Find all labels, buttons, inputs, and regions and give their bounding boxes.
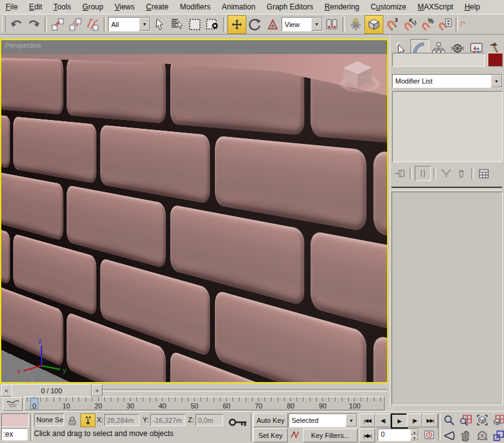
menu-item[interactable]: Create <box>140 1 174 13</box>
select-and-manipulate-button[interactable] <box>347 16 364 33</box>
pan-button[interactable] <box>457 429 473 443</box>
window-crossing-toggle-button[interactable] <box>204 16 221 33</box>
pin-stack-button[interactable] <box>392 167 407 180</box>
menu-item[interactable]: Graph Editors <box>261 1 319 13</box>
menu-item[interactable]: Tools <box>48 1 77 13</box>
spinner-snap-toggle-button[interactable] <box>436 16 454 33</box>
percent-snap-toggle-button[interactable]: % <box>419 16 436 33</box>
arc-rotate-button[interactable] <box>474 429 490 443</box>
selection-lock-toggle[interactable] <box>67 415 78 426</box>
coord-system-value: View <box>282 21 311 28</box>
ruler-labels: 0102030405060708090100 <box>18 402 371 410</box>
object-name-field[interactable] <box>392 53 485 67</box>
configure-modifier-sets-button[interactable] <box>476 167 491 180</box>
play-animation-button[interactable]: ▶ <box>391 413 408 429</box>
object-color-swatch[interactable] <box>488 53 503 67</box>
zoom-all-icon <box>459 414 472 426</box>
clipped-toolbar-button[interactable] <box>460 16 466 33</box>
menu-item[interactable]: Customize <box>365 1 412 13</box>
viewport-label[interactable]: Perspective <box>5 41 41 49</box>
set-keys-button[interactable] <box>226 413 250 430</box>
key-filter-selection-dropdown[interactable]: Selected ▼ <box>288 413 358 427</box>
zoom-button[interactable] <box>441 413 457 427</box>
statusbar-separator <box>30 413 33 441</box>
auto-key-button[interactable]: Auto Key <box>253 413 288 427</box>
selection-status-field: None Se <box>34 413 64 426</box>
spinner-down-icon[interactable]: ▼ <box>410 435 419 440</box>
zoom-extents-all-button[interactable] <box>491 413 504 427</box>
macro-recorder-field[interactable] <box>1 413 29 427</box>
toolbar-grip[interactable] <box>2 16 6 33</box>
bind-to-spacewarp-button[interactable] <box>84 16 102 33</box>
frame-ruler[interactable]: 0102030405060708090100 <box>24 397 385 410</box>
y-coordinate-label: Y: <box>143 416 149 424</box>
maxscript-mini-listener[interactable]: :ex <box>1 428 28 440</box>
snaps-toggle-button[interactable] <box>364 15 383 34</box>
unlink-selection-button[interactable] <box>67 16 84 33</box>
use-pivot-center-button[interactable] <box>323 16 341 33</box>
make-unique-button[interactable] <box>439 167 454 180</box>
next-frame-button[interactable]: ||▶ <box>407 413 422 427</box>
show-end-result-icon <box>419 169 427 178</box>
select-object-button[interactable] <box>151 16 168 33</box>
menu-item[interactable]: Animation <box>216 1 261 13</box>
zoom-all-button[interactable] <box>457 413 473 427</box>
maximize-viewport-toggle-button[interactable] <box>491 429 504 443</box>
menu-item[interactable]: Help <box>459 1 486 13</box>
menu-item[interactable]: Edit <box>23 1 48 13</box>
time-configuration-button[interactable] <box>423 429 436 441</box>
status-bar: :ex None Se X: 28,284m Y: -16,327m Z: 0,… <box>0 411 504 443</box>
go-to-end-button[interactable]: ▶▶| <box>422 413 438 427</box>
z-coordinate-field[interactable]: 0,0m <box>195 414 223 426</box>
angle-snap-toggle-button[interactable] <box>401 16 419 33</box>
menu-item[interactable]: Modifiers <box>174 1 216 13</box>
set-key-button[interactable]: Set Key <box>253 428 288 442</box>
selection-filter-dropdown[interactable]: All ▼ <box>108 17 151 31</box>
key-filters-button[interactable]: Key Filters... <box>303 429 358 442</box>
svg-text:%: % <box>428 18 434 25</box>
modifier-stack-list[interactable] <box>392 91 503 162</box>
next-frame-arrow-button[interactable]: > <box>92 385 102 397</box>
absolute-mode-transform-toggle[interactable] <box>80 413 96 427</box>
select-and-rotate-button[interactable] <box>246 16 264 33</box>
menu-item[interactable]: Rendering <box>319 1 364 13</box>
spinner-snap-icon <box>437 17 452 32</box>
snap-magnet-3d-button[interactable]: 3 <box>383 16 401 33</box>
time-slider-button[interactable]: 0 / 100 <box>11 384 92 397</box>
frame-spinner[interactable]: ▲ ▼ <box>410 429 419 440</box>
previous-frame-arrow-button[interactable]: < <box>1 385 12 397</box>
redo-button[interactable] <box>25 16 43 33</box>
menu-item[interactable]: Group <box>77 1 109 13</box>
ghost-cube-object[interactable] <box>341 60 374 89</box>
modifier-list-dropdown[interactable]: Modifier List ▼ <box>392 74 503 88</box>
key-mode-toggle-button[interactable]: |◀▶| <box>359 429 375 442</box>
go-to-start-button[interactable]: |◀◀ <box>359 413 375 427</box>
menu-item[interactable]: Views <box>109 1 140 13</box>
field-of-view-button[interactable] <box>441 429 457 443</box>
menu-item[interactable]: MAXScript <box>412 1 459 13</box>
chevron-down-icon[interactable]: ▼ <box>491 75 502 87</box>
default-tangent-button[interactable] <box>288 429 301 441</box>
undo-button[interactable] <box>8 16 25 33</box>
current-frame-field[interactable]: 0 ▲ ▼ <box>378 429 419 441</box>
reference-coordinate-system-dropdown[interactable]: View ▼ <box>282 17 323 31</box>
spinner-up-icon[interactable]: ▲ <box>410 429 419 435</box>
x-coordinate-field[interactable]: 28,284m <box>104 414 140 426</box>
rectangular-selection-region-button[interactable] <box>186 16 204 33</box>
show-end-result-button[interactable] <box>415 166 431 181</box>
select-and-move-button[interactable] <box>227 15 246 34</box>
chevron-down-icon[interactable]: ▼ <box>346 414 357 427</box>
chevron-down-icon[interactable]: ▼ <box>311 18 322 31</box>
y-coordinate-field[interactable]: -16,327m <box>150 414 185 426</box>
menu-item[interactable]: File <box>0 1 23 13</box>
remove-modifier-button[interactable] <box>454 167 469 180</box>
previous-frame-button[interactable]: ◀|| <box>375 413 391 427</box>
chevron-down-icon[interactable]: ▼ <box>139 18 150 31</box>
zoom-extents-button[interactable] <box>474 413 490 427</box>
select-and-scale-button[interactable] <box>264 16 282 33</box>
rollout-area[interactable] <box>392 192 503 405</box>
perspective-viewport[interactable]: Perspective z x y <box>0 39 388 383</box>
select-by-name-button[interactable] <box>168 16 186 33</box>
select-and-link-button[interactable] <box>49 16 67 33</box>
pan-hand-icon <box>460 430 471 442</box>
